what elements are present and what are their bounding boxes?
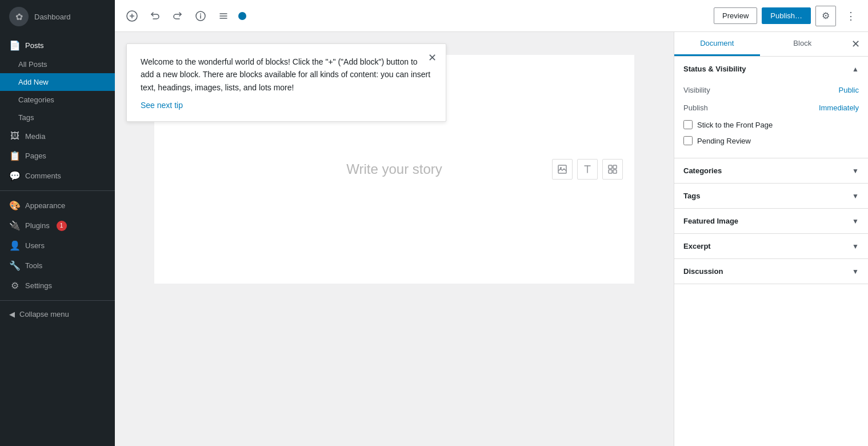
wp-logo-icon: ✿ [9, 7, 29, 26]
publish-button[interactable]: Publish… [762, 7, 811, 24]
status-visibility-chevron-up: ▲ [852, 65, 859, 73]
status-visibility-header[interactable]: Status & Visibility ▲ [674, 57, 868, 81]
excerpt-chevron: ▼ [852, 242, 859, 250]
sidebar-item-comments[interactable]: 💬 Comments [0, 166, 115, 186]
sidebar-item-plugins[interactable]: 🔌 Plugins 1 [0, 216, 115, 236]
panel-featured-image: Featured Image ▼ [674, 209, 868, 234]
sidebar-divider-1 [0, 190, 115, 191]
visibility-value[interactable]: Public [839, 86, 859, 94]
welcome-tooltip: ✕ Welcome to the wonderful world of bloc… [126, 43, 446, 122]
gallery-tool-button[interactable] [602, 159, 623, 180]
redo-button[interactable] [167, 6, 188, 26]
categories-label: Categories [18, 95, 54, 104]
publish-value[interactable]: Immediately [819, 103, 859, 112]
right-sidebar: Document Block ✕ Status & Visibility ▲ V… [674, 32, 868, 446]
sidebar-item-add-new[interactable]: Add New [0, 73, 115, 91]
sidebar-item-all-posts[interactable]: All Posts [0, 55, 115, 73]
panel-categories: Categories ▼ [674, 158, 868, 184]
collapse-menu[interactable]: ◀ Collapse menu [0, 305, 115, 323]
comments-label: Comments [25, 172, 61, 180]
tools-icon: 🔧 [9, 260, 21, 271]
info-button[interactable] [190, 6, 211, 26]
categories-title: Categories [683, 166, 722, 175]
pending-review-checkbox[interactable] [683, 136, 693, 145]
panel-discussion: Discussion ▼ [674, 259, 868, 284]
list-icon [218, 11, 229, 21]
status-visibility-content: Visibility Public Publish Immediately St… [674, 81, 868, 158]
sidebar-item-users[interactable]: 👤 Users [0, 236, 115, 256]
text-tool-button[interactable] [577, 159, 598, 180]
comments-icon: 💬 [9, 170, 21, 181]
categories-chevron: ▼ [852, 167, 859, 175]
pages-label: Pages [25, 152, 46, 160]
tags-header[interactable]: Tags ▼ [674, 184, 868, 208]
sidebar-item-settings[interactable]: ⚙ Settings [0, 276, 115, 296]
main-area: Preview Publish… ⚙ ⋮ ✕ Welcome to the wo… [115, 0, 868, 446]
sidebar-item-tags[interactable]: Tags [0, 109, 115, 126]
list-view-button[interactable] [213, 6, 234, 26]
tab-document[interactable]: Document [674, 32, 760, 56]
editor-content: ✕ Welcome to the wonderful world of bloc… [115, 32, 674, 446]
redo-icon [173, 11, 183, 21]
svg-rect-14 [613, 165, 617, 169]
settings-icon: ⚙ [9, 280, 21, 291]
see-next-tip-link[interactable]: See next tip [141, 101, 183, 110]
undo-button[interactable] [145, 6, 165, 26]
svg-point-5 [200, 13, 201, 14]
svg-rect-13 [609, 165, 612, 169]
panel-status-visibility: Status & Visibility ▲ Visibility Public … [674, 57, 868, 158]
right-sidebar-header: Document Block ✕ [674, 32, 868, 57]
image-tool-icon [557, 164, 567, 174]
tooltip-text: Welcome to the wonderful world of blocks… [141, 55, 432, 94]
media-label: Media [25, 132, 45, 141]
close-sidebar-button[interactable]: ✕ [845, 34, 866, 54]
toolbar-status-dot [238, 12, 246, 20]
excerpt-header[interactable]: Excerpt ▼ [674, 234, 868, 258]
add-icon [126, 10, 138, 22]
plugins-label: Plugins [25, 221, 50, 230]
settings-label: Settings [25, 281, 52, 290]
sidebar-item-categories[interactable]: Categories [0, 91, 115, 109]
image-tool-button[interactable] [552, 159, 573, 180]
tags-title: Tags [683, 192, 700, 200]
editor-area: ✕ Welcome to the wonderful world of bloc… [115, 32, 868, 446]
sidebar-item-media[interactable]: 🖼 Media [0, 126, 115, 146]
settings-button[interactable]: ⚙ [815, 6, 836, 26]
preview-button[interactable]: Preview [714, 7, 757, 24]
featured-image-chevron: ▼ [852, 217, 859, 225]
stick-front-page-checkbox[interactable] [683, 120, 693, 129]
appearance-icon: 🎨 [9, 200, 21, 211]
sidebar-posts-label: Posts [25, 41, 44, 50]
status-visibility-title: Status & Visibility [683, 65, 746, 73]
posts-icon: 📄 [9, 40, 21, 51]
svg-rect-15 [609, 170, 612, 173]
sidebar-item-posts[interactable]: 📄 Posts [0, 35, 115, 55]
categories-header[interactable]: Categories ▼ [674, 158, 868, 183]
media-icon: 🖼 [9, 131, 21, 141]
sidebar-logo[interactable]: ✿ Dashboard [0, 0, 115, 33]
add-block-button[interactable] [122, 6, 142, 26]
tab-block[interactable]: Block [760, 32, 846, 56]
sidebar-item-appearance[interactable]: 🎨 Appearance [0, 196, 115, 216]
featured-image-header[interactable]: Featured Image ▼ [674, 209, 868, 233]
tooltip-close-button[interactable]: ✕ [424, 50, 440, 66]
users-label: Users [25, 241, 45, 250]
sidebar-divider-2 [0, 300, 115, 301]
sidebar-item-tools[interactable]: 🔧 Tools [0, 256, 115, 276]
publish-row: Publish Immediately [683, 99, 859, 117]
publish-label: Publish [683, 103, 708, 112]
panel-tags: Tags ▼ [674, 184, 868, 209]
appearance-label: Appearance [25, 201, 65, 210]
toolbar-left [122, 6, 249, 26]
panel-excerpt: Excerpt ▼ [674, 234, 868, 259]
sidebar-item-pages[interactable]: 📋 Pages [0, 146, 115, 166]
sidebar: ✿ Dashboard 📄 Posts All Posts Add New Ca… [0, 0, 115, 446]
more-options-button[interactable]: ⋮ [841, 6, 861, 26]
add-new-label: Add New [18, 78, 49, 86]
write-story-placeholder[interactable]: Write your story [346, 161, 442, 177]
discussion-header[interactable]: Discussion ▼ [674, 259, 868, 284]
plugins-badge: 1 [57, 221, 67, 231]
svg-rect-16 [613, 170, 617, 173]
sidebar-nav: 📄 Posts All Posts Add New Categories Tag… [0, 35, 115, 323]
stick-front-page-row: Stick to the Front Page [683, 117, 859, 133]
